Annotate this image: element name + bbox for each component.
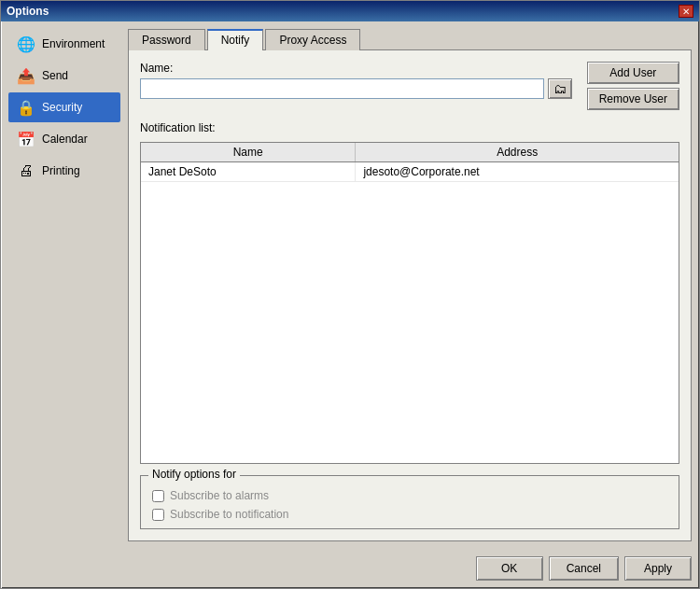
send-icon: 📤 <box>16 65 36 86</box>
tab-password-label: Password <box>142 34 191 47</box>
subscribe-alarms-checkbox[interactable] <box>152 490 164 502</box>
tab-proxy-access[interactable]: Proxy Access <box>265 29 360 50</box>
name-section: Name: 🗂 <box>140 62 572 110</box>
sidebar-label-environment: Environment <box>42 37 105 50</box>
sidebar-label-printing: Printing <box>42 164 80 177</box>
bottom-bar: OK Cancel Apply <box>1 549 699 588</box>
window-title: Options <box>7 5 49 18</box>
notify-options-group: Notify options for Subscribe to alarms S… <box>140 475 679 529</box>
cancel-button[interactable]: Cancel <box>549 556 619 581</box>
list-header: Name Address <box>141 143 679 162</box>
sidebar: 🌐 Environment 📤 Send 🔒 Security 📅 Calend… <box>8 29 120 541</box>
ok-button[interactable]: OK <box>476 556 543 581</box>
subscribe-alarms-row: Subscribe to alarms <box>152 489 667 502</box>
sidebar-label-send: Send <box>42 69 68 82</box>
side-buttons: Add User Remove User <box>587 62 679 110</box>
tab-proxy-access-label: Proxy Access <box>279 34 346 47</box>
calendar-icon: 📅 <box>16 129 36 149</box>
sidebar-item-send[interactable]: 📤 Send <box>8 61 120 91</box>
printing-icon: 🖨 <box>16 161 36 181</box>
tabs: Password Notify Proxy Access <box>128 29 692 50</box>
table-row[interactable]: Janet DeSoto jdesoto@Corporate.net <box>141 162 679 182</box>
sidebar-item-printing[interactable]: 🖨 Printing <box>8 156 120 186</box>
subscribe-notification-checkbox[interactable] <box>152 509 164 521</box>
sidebar-label-calendar: Calendar <box>42 133 88 146</box>
subscribe-notification-row: Subscribe to notification <box>152 508 667 521</box>
window-body: 🌐 Environment 📤 Send 🔒 Security 📅 Calend… <box>1 21 699 549</box>
tab-notify-label: Notify <box>221 34 250 47</box>
add-user-button[interactable]: Add User <box>587 62 679 84</box>
title-bar: Options ✕ <box>1 1 699 21</box>
sidebar-item-security[interactable]: 🔒 Security <box>8 92 120 122</box>
list-body: Janet DeSoto jdesoto@Corporate.net <box>141 162 679 463</box>
security-icon: 🔒 <box>16 97 36 118</box>
tab-notify[interactable]: Notify <box>207 29 264 50</box>
notification-list: Name Address Janet DeSoto jdesoto@Corpor… <box>140 142 679 464</box>
cell-name: Janet DeSoto <box>141 162 356 181</box>
name-and-buttons-section: Name: 🗂 Add User Remove User <box>140 62 679 110</box>
options-window: Options ✕ 🌐 Environment 📤 Send 🔒 Securit… <box>0 0 700 589</box>
subscribe-notification-label: Subscribe to notification <box>170 508 288 521</box>
notify-tab-panel: Name: 🗂 Add User Remove User <box>128 49 692 541</box>
browse-icon: 🗂 <box>553 81 567 96</box>
group-legend: Notify options for <box>148 468 240 481</box>
name-input[interactable] <box>140 78 544 99</box>
sidebar-item-environment[interactable]: 🌐 Environment <box>8 29 120 59</box>
name-label: Name: <box>140 62 572 75</box>
main-content: Password Notify Proxy Access Name: <box>128 29 692 541</box>
remove-user-button[interactable]: Remove User <box>587 88 679 110</box>
sidebar-item-calendar[interactable]: 📅 Calendar <box>8 124 120 154</box>
subscribe-alarms-label: Subscribe to alarms <box>170 489 269 502</box>
apply-button[interactable]: Apply <box>624 556 692 581</box>
environment-icon: 🌐 <box>16 34 36 54</box>
cell-address: jdesoto@Corporate.net <box>356 162 679 181</box>
name-input-row: 🗂 <box>140 78 572 99</box>
tab-password[interactable]: Password <box>128 29 205 50</box>
column-header-name: Name <box>141 143 356 161</box>
column-header-address: Address <box>356 143 679 161</box>
notification-list-label: Notification list: <box>140 121 679 134</box>
sidebar-label-security: Security <box>42 101 82 114</box>
browse-button[interactable]: 🗂 <box>548 78 572 99</box>
close-button[interactable]: ✕ <box>679 5 693 18</box>
